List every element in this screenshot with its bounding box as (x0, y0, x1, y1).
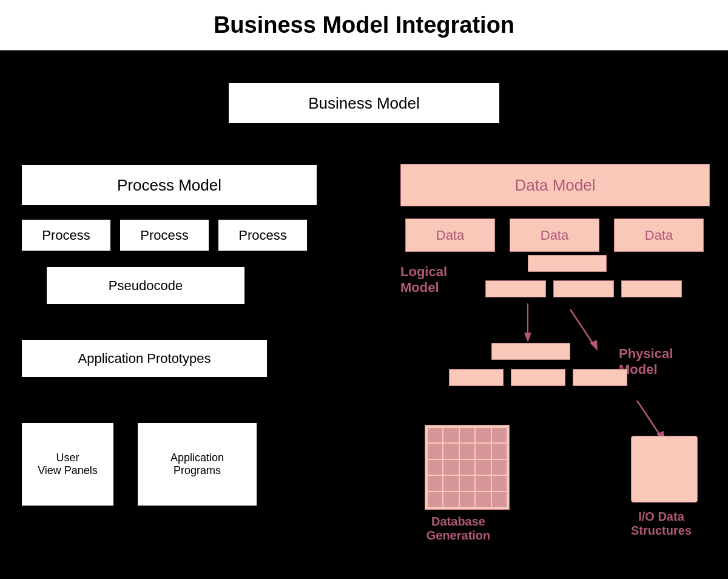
data-box-1: Data (405, 218, 495, 252)
logical-row2-box2 (553, 280, 614, 297)
process-box-1: Process (21, 218, 112, 252)
physical-row1-box1 (491, 343, 570, 360)
svg-marker-4 (166, 158, 174, 164)
logical-row1-box1 (528, 255, 607, 272)
user-view-panels-box: UserView Panels (21, 422, 115, 507)
physical-row2-box1 (449, 369, 504, 386)
data-box-2: Data (510, 218, 599, 252)
svg-marker-7 (554, 158, 562, 164)
user-view-panels-label: UserView Panels (21, 513, 115, 538)
svg-marker-23 (590, 340, 598, 351)
process-box-2: Process (119, 218, 210, 252)
diagram-container: Business Model Integration (0, 0, 728, 579)
pseudocode-box: Pseudocode (46, 266, 246, 305)
physical-row2-box3 (573, 369, 627, 386)
logical-row2-box1 (485, 280, 546, 297)
svg-marker-11 (148, 254, 155, 261)
logical-model-label: LogicalModel (400, 264, 447, 296)
application-programs-label: ApplicationPrograms (136, 513, 258, 538)
application-programs-box: ApplicationPrograms (136, 422, 258, 507)
requirements-document-label: RequirementsDocument (288, 237, 355, 388)
svg-line-22 (570, 310, 595, 346)
io-data-box (631, 436, 698, 503)
logical-row2-box3 (621, 280, 682, 297)
process-model-box: Process Model (21, 164, 318, 206)
svg-marker-13 (164, 252, 171, 261)
application-prototypes-box: Application Prototypes (21, 339, 268, 378)
database-generation-label: Database Generation (405, 515, 511, 543)
business-model-box: Business Model (228, 82, 500, 124)
database-grid-box (425, 425, 510, 510)
svg-marker-9 (61, 254, 69, 261)
svg-line-24 (637, 401, 661, 437)
svg-marker-17 (145, 411, 152, 419)
data-model-box: Data Model (400, 164, 710, 206)
svg-marker-27 (540, 458, 547, 465)
data-box-3: Data (614, 218, 704, 252)
svg-marker-15 (145, 325, 152, 333)
page-title: Business Model Integration (214, 12, 514, 38)
io-data-structures-label: I/O Data Structures (619, 510, 704, 538)
physical-row2-box2 (511, 369, 565, 386)
